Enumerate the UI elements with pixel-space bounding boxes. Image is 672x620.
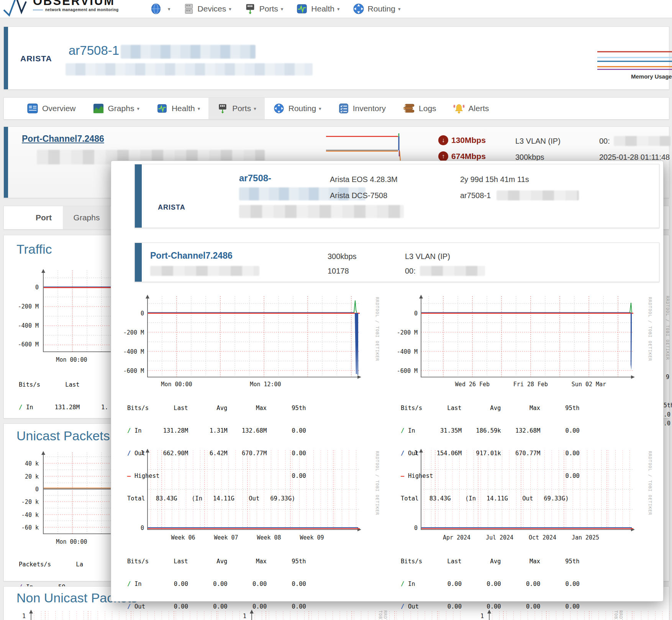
ytick: 1 xyxy=(385,449,418,456)
tab-overview[interactable]: Overview xyxy=(18,98,84,119)
popup-port-type: L3 VLAN (IP) xyxy=(405,252,450,261)
rrdtool-watermark: RRDTOOL / TOBI OETIKER xyxy=(378,610,388,620)
chevron-down-icon: ▾ xyxy=(198,106,200,112)
logo-swoosh-icon xyxy=(3,0,33,17)
routing-icon xyxy=(353,3,364,15)
rrdtool-watermark: RRDTOOL / TOBI OETIKER xyxy=(613,610,623,620)
popup-device-os: Arista EOS 4.28.3M xyxy=(330,175,398,184)
menu-routing[interactable]: Routing▾ xyxy=(353,3,401,15)
port-type: L3 VLAN (IP) xyxy=(515,137,561,146)
tab-routing[interactable]: Routing▾ xyxy=(265,98,330,119)
devices-icon xyxy=(184,3,194,15)
redacted-mac xyxy=(420,266,485,276)
vendor-logo: ARISTA xyxy=(20,54,52,63)
arrow-up-circle-icon: ↑ xyxy=(438,151,448,161)
popup-device-uptime: 2y 99d 15h 41m 11s xyxy=(460,175,529,184)
ytick: -600 M xyxy=(4,341,39,348)
port-traffic-minigraph[interactable] xyxy=(326,133,401,162)
popup-graph-year xyxy=(420,449,635,530)
ytick: -600 M xyxy=(385,367,418,374)
tab-alerts[interactable]: Alerts xyxy=(445,98,498,119)
memory-usage-label: Memory Usage xyxy=(631,73,672,80)
chevron-down-icon: ▾ xyxy=(319,106,321,112)
redacted-device-location xyxy=(239,205,404,218)
brand-tagline: network management and monitoring xyxy=(33,8,119,12)
tab-logs[interactable]: Logs xyxy=(394,98,445,119)
xtick: Jan 2025 xyxy=(564,534,606,541)
ytick: -200 M xyxy=(385,329,418,336)
xtick: Week 06 xyxy=(162,534,204,541)
rrdtool-watermark: RRDTOOL / TOBI OETIKER xyxy=(647,297,652,377)
ytick: 0 xyxy=(4,486,39,493)
tab-inventory[interactable]: Inventory xyxy=(330,98,394,119)
chevron-down-icon: ▾ xyxy=(337,6,340,12)
xtick: Week 09 xyxy=(291,534,333,541)
arrow-down-circle-icon: ↓ xyxy=(438,135,448,145)
chevron-down-icon: ▾ xyxy=(254,106,256,112)
ytick: -200 M xyxy=(4,303,39,310)
menu-globe[interactable]: ▾ xyxy=(150,3,170,15)
graphs-icon xyxy=(93,103,104,114)
port-status-bar xyxy=(4,127,8,198)
popup-graph-weeks-recent xyxy=(420,295,635,378)
redacted-location xyxy=(66,63,313,75)
globe-icon xyxy=(150,3,162,15)
cutoff-text: 5th xyxy=(664,402,672,409)
popup-port-speed: 300kbps xyxy=(328,252,357,261)
tab-graphs[interactable]: Graphs▾ xyxy=(84,98,148,119)
popup-device-hostname[interactable]: ar7508- xyxy=(239,173,271,184)
overview-icon xyxy=(27,103,38,114)
xtick: Sun 02 Mar xyxy=(568,381,610,388)
memory-usage-sparkline[interactable] xyxy=(597,49,672,72)
menu-health[interactable]: Health▾ xyxy=(296,3,339,15)
device-hostname[interactable]: ar7508-1 xyxy=(69,43,119,58)
section-title-traffic: Traffic xyxy=(16,242,52,257)
device-tabbar: Overview Graphs▾ Health▾ xyxy=(3,97,669,120)
popup-device-hardware: Arista DCS-7508 xyxy=(330,191,387,200)
logs-icon xyxy=(403,103,415,113)
chevron-down-icon: ▾ xyxy=(398,6,401,12)
popup-graph-weeks-legend: Bits/s Last Avg Max 95th /In 0.00 0.00 0… xyxy=(127,544,306,620)
chevron-down-icon: ▾ xyxy=(137,106,139,112)
chevron-down-icon: ▾ xyxy=(229,6,231,12)
popup-port-name[interactable]: Port-Channel7.2486 xyxy=(150,251,233,261)
port-mac: 00: xyxy=(599,137,610,146)
menu-devices[interactable]: Devices▾ xyxy=(184,3,231,15)
device-header-panel: ARISTA ar7508-1 Memory Usage xyxy=(3,26,669,90)
rrdtool-watermark: RRDTOOL / TOBI OETIKER xyxy=(647,451,652,530)
subtab-port[interactable]: Port xyxy=(25,206,63,229)
menu-ports[interactable]: Ports▾ xyxy=(244,3,284,15)
popup-port-card: Port-Channel7.2486 300kbps 10178 L3 VLAN… xyxy=(134,243,659,282)
chevron-down-icon: ▾ xyxy=(281,6,284,12)
xtick: Week 08 xyxy=(248,534,290,541)
xtick: Week 07 xyxy=(205,534,247,541)
ytick: 0 xyxy=(385,310,418,317)
redacted-port-description xyxy=(150,266,259,276)
ytick: -40 k xyxy=(4,512,39,518)
popup-graph-weeks xyxy=(147,449,361,530)
xtick: Apr 2024 xyxy=(436,534,478,541)
ytick: -20 k xyxy=(4,499,39,505)
port-link[interactable]: Port-Channel7.2486 xyxy=(22,134,104,144)
ports-icon xyxy=(244,3,256,15)
subtab-graphs[interactable]: Graphs xyxy=(63,206,110,229)
ytick: 0 xyxy=(111,310,144,317)
section-title-unicast: Unicast Packets xyxy=(16,428,110,443)
xtick: Mon 00:00 xyxy=(51,356,93,363)
tab-health[interactable]: Health▾ xyxy=(148,98,208,119)
observium-logo[interactable]: OBSERVIUM network management and monitor… xyxy=(3,0,119,17)
redacted-mac xyxy=(614,136,670,146)
cutoff-text: .0 xyxy=(664,411,670,418)
tab-ports[interactable]: Ports▾ xyxy=(208,98,265,119)
ytick: -200 M xyxy=(111,329,144,336)
top-menu: ▾ Devices▾ Ports▾ xyxy=(150,0,400,18)
routing-icon xyxy=(273,103,285,114)
popup-graph-year-legend: Bits/s Last Avg Max 95th /In 0.00 0.00 0… xyxy=(401,544,580,620)
ytick: -400 M xyxy=(4,322,39,329)
port-hover-popup: ARISTA ar7508- Arista EOS 4.28.3M Arista… xyxy=(111,161,664,602)
rrdtool-watermark: RRDTOOL / TOBI OETIKER xyxy=(375,451,380,530)
popup-graph-day xyxy=(147,295,361,378)
popup-port-mac: 00: xyxy=(405,267,416,276)
xtick: Wed 26 Feb xyxy=(451,381,493,388)
rrdtool-watermark: RRDTOOL / TOBI OETIKER xyxy=(375,297,380,377)
